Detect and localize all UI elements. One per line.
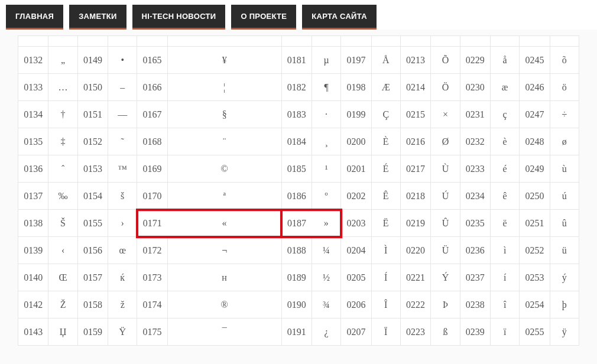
partial-cell	[77, 36, 108, 47]
char-cell: Þ	[431, 291, 460, 318]
char-cell: ö	[550, 74, 579, 101]
partial-cell	[460, 36, 490, 47]
code-cell: 0143	[18, 318, 48, 346]
code-cell: 0230	[460, 74, 490, 101]
code-cell: 0215	[400, 101, 430, 128]
char-cell: Ú	[431, 183, 460, 210]
char-cell: Œ	[48, 264, 77, 291]
table-row: 0135‡0152˜0168¨0184¸0200È0216Ø0232è0248ø	[18, 128, 579, 155]
code-cell: 0171	[137, 210, 167, 237]
code-cell: 0248	[520, 128, 550, 155]
char-cell: ë	[490, 210, 519, 237]
code-cell: 0232	[460, 128, 490, 155]
char-cell: ÷	[550, 101, 579, 128]
char-cell: î	[490, 291, 519, 318]
char-cell: ß	[431, 318, 460, 346]
code-cell: 0133	[18, 74, 48, 101]
code-cell: 0136	[18, 155, 48, 183]
table-row: 0138Š0155›0171«0187»0203Ë0219Û0235ë0251û	[18, 210, 579, 237]
table-row: 0137‰0154š0170ª0186º0202Ê0218Ú0234ê0250ú	[18, 183, 579, 210]
char-cell: Æ	[371, 74, 400, 101]
char-cell: ù	[550, 155, 579, 183]
char-cell: æ	[490, 74, 519, 101]
char-cell: þ	[550, 291, 579, 318]
code-cell: 0253	[520, 264, 550, 291]
nav-item-sitemap[interactable]: КАРТА САЙТА	[302, 5, 377, 30]
char-cell: –	[108, 74, 137, 101]
char-cell: É	[371, 155, 400, 183]
code-cell: 0202	[341, 183, 371, 210]
char-cell: ÿ	[550, 318, 579, 346]
code-cell: 0149	[77, 47, 108, 74]
partial-cell	[341, 36, 371, 47]
table-row: 0132„0149•0165¥0181µ0197Å0213Õ0229å0245õ	[18, 47, 579, 74]
code-cell: 0157	[77, 264, 108, 291]
table-row: 0140Œ0157ќ0173н0189½0205Í0221Ý0237í0253ý	[18, 264, 579, 291]
char-cell: é	[490, 155, 519, 183]
nav-item-about[interactable]: О ПРОЕКТЕ	[231, 5, 296, 30]
code-cell: 0190	[281, 291, 312, 318]
code-cell: 0182	[281, 74, 312, 101]
char-cell: ç	[490, 101, 519, 128]
table-row: 0133…0150–0166¦0182¶0198Æ0214Ö0230æ0246ö	[18, 74, 579, 101]
code-cell: 0134	[18, 101, 48, 128]
char-cell: µ	[312, 47, 340, 74]
table-row: 0134†0151—0167§0183·0199Ç0215×0231ç0247÷	[18, 101, 579, 128]
char-cell: ž	[108, 291, 137, 318]
char-cell: ½	[312, 264, 340, 291]
code-cell: 0252	[520, 237, 550, 264]
code-cell: 0189	[281, 264, 312, 291]
code-cell: 0222	[400, 291, 430, 318]
char-cell: º	[312, 183, 340, 210]
char-cell: ê	[490, 183, 519, 210]
code-cell: 0250	[520, 183, 550, 210]
code-cell: 0207	[341, 318, 371, 346]
char-cell: œ	[108, 237, 137, 264]
char-cell: ќ	[108, 264, 137, 291]
code-cell: 0201	[341, 155, 371, 183]
table-row: 0139‹0156œ0172¬0188¼0204Ì0220Ü0236ì0252ü	[18, 237, 579, 264]
char-cell: ›	[108, 210, 137, 237]
code-cell: 0154	[77, 183, 108, 210]
char-cell: ú	[550, 183, 579, 210]
nav-item-notes[interactable]: ЗАМЕТКИ	[69, 5, 126, 30]
code-cell: 0167	[137, 101, 167, 128]
char-cell: ¬	[167, 237, 281, 264]
code-cell: 0234	[460, 183, 490, 210]
char-cell: Õ	[431, 47, 460, 74]
partial-cell	[431, 36, 460, 47]
char-cell: ¾	[312, 291, 340, 318]
char-cell: Ï	[371, 318, 400, 346]
code-cell: 0174	[137, 291, 167, 318]
char-cell: …	[48, 74, 77, 101]
char-cell: †	[48, 101, 77, 128]
code-cell: 0203	[341, 210, 371, 237]
code-cell: 0247	[520, 101, 550, 128]
code-cell: 0206	[341, 291, 371, 318]
char-cell: ©	[167, 155, 281, 183]
code-cell: 0153	[77, 155, 108, 183]
code-cell: 0219	[400, 210, 430, 237]
code-cell: 0173	[137, 264, 167, 291]
nav-item-home[interactable]: ГЛАВНАЯ	[6, 5, 63, 30]
char-cell: å	[490, 47, 519, 74]
nav-item-hitech[interactable]: HI-TECH НОВОСТИ	[132, 5, 226, 30]
code-cell: 0151	[77, 101, 108, 128]
char-cell: ¼	[312, 237, 340, 264]
table-row: 0136ˆ0153™0169©0185¹0201É0217Ù0233é0249ù	[18, 155, 579, 183]
code-cell: 0249	[520, 155, 550, 183]
code-cell: 0200	[341, 128, 371, 155]
code-cell: 0159	[77, 318, 108, 346]
code-cell: 0169	[137, 155, 167, 183]
code-cell: 0140	[18, 264, 48, 291]
partial-cell	[281, 36, 312, 47]
code-cell: 0170	[137, 183, 167, 210]
code-cell: 0137	[18, 183, 48, 210]
char-cell: ü	[550, 237, 579, 264]
char-cell: õ	[550, 47, 579, 74]
code-cell: 0142	[18, 291, 48, 318]
partial-cell	[490, 36, 519, 47]
char-cell: ¥	[167, 47, 281, 74]
char-cell: ¶	[312, 74, 340, 101]
partial-cell	[520, 36, 550, 47]
